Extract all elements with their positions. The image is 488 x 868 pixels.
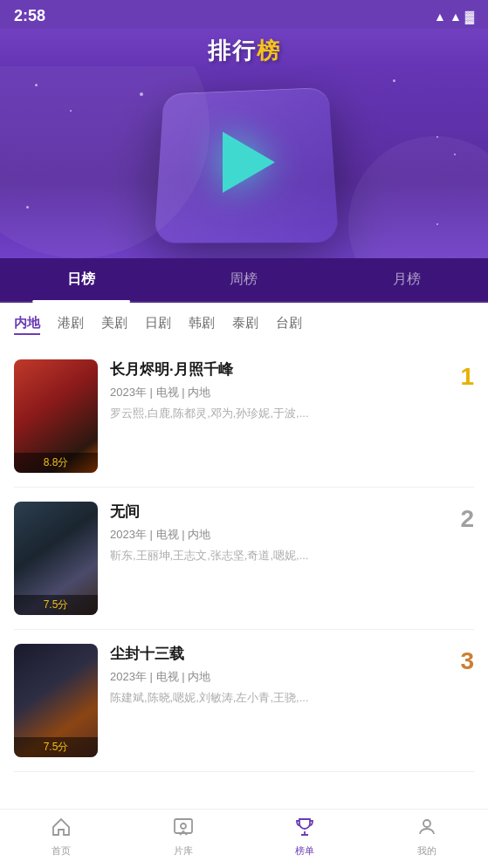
drama-thumbnail: 7.5分 xyxy=(14,502,98,615)
drama-score: 8.8分 xyxy=(14,453,98,473)
drama-cast: 罗云熙,白鹿,陈都灵,邓为,孙珍妮,于波,... xyxy=(110,406,436,421)
battery-icon: ▓ xyxy=(465,10,474,24)
nav-ranking[interactable]: 榜单 xyxy=(244,817,367,858)
page-title: 排行榜 xyxy=(0,36,488,66)
tab-monthly[interactable]: 月榜 xyxy=(326,258,488,301)
nav-profile-label: 我的 xyxy=(417,844,436,858)
drama-info: 长月烬明·月照千峰 2023年 | 电视 | 内地 罗云熙,白鹿,陈都灵,邓为,… xyxy=(110,359,436,421)
nav-home[interactable]: 首页 xyxy=(0,817,122,858)
drama-rank: 1 xyxy=(448,359,474,391)
drama-thumbnail: 7.5分 xyxy=(14,644,98,757)
nav-library[interactable]: 片库 xyxy=(122,817,244,858)
drama-info: 尘封十三载 2023年 | 电视 | 内地 陈建斌,陈晓,嗯妮,刘敏涛,左小青,… xyxy=(110,644,436,706)
profile-icon xyxy=(416,817,437,841)
category-bar: 内地 港剧 美剧 日剧 韩剧 泰剧 台剧 xyxy=(0,303,488,345)
category-mainland[interactable]: 内地 xyxy=(14,313,40,335)
trophy-icon xyxy=(294,817,315,841)
home-icon xyxy=(51,817,72,841)
category-thai[interactable]: 泰剧 xyxy=(232,313,258,335)
drama-cast: 陈建斌,陈晓,嗯妮,刘敏涛,左小青,王骁,... xyxy=(110,690,436,706)
category-tw[interactable]: 台剧 xyxy=(276,313,302,335)
drama-score: 7.5分 xyxy=(14,737,98,757)
drama-meta: 2023年 | 电视 | 内地 xyxy=(110,527,436,543)
status-bar: 2:58 ▲ ▲ ▓ xyxy=(0,0,488,29)
status-icons: ▲ ▲ ▓ xyxy=(434,10,474,24)
drama-list: 8.8分 长月烬明·月照千峰 2023年 | 电视 | 内地 罗云熙,白鹿,陈都… xyxy=(0,345,488,772)
hero-banner xyxy=(0,66,488,258)
table-row[interactable]: 7.5分 尘封十三载 2023年 | 电视 | 内地 陈建斌,陈晓,嗯妮,刘敏涛… xyxy=(14,630,474,772)
wifi-icon: ▲ xyxy=(434,10,446,24)
drama-thumbnail: 8.8分 xyxy=(14,359,98,473)
table-row[interactable]: 8.8分 长月烬明·月照千峰 2023年 | 电视 | 内地 罗云熙,白鹿,陈都… xyxy=(14,345,474,488)
svg-point-2 xyxy=(423,820,430,827)
status-time: 2:58 xyxy=(14,7,45,25)
nav-home-label: 首页 xyxy=(52,844,71,858)
library-icon xyxy=(173,817,194,841)
category-jp[interactable]: 日剧 xyxy=(145,313,171,335)
table-row[interactable]: 7.5分 无间 2023年 | 电视 | 内地 靳东,王丽坤,王志文,张志坚,奇… xyxy=(14,488,474,630)
tabs-container: 日榜 周榜 月榜 xyxy=(0,258,488,303)
drama-meta: 2023年 | 电视 | 内地 xyxy=(110,669,436,685)
nav-ranking-label: 榜单 xyxy=(295,844,314,858)
drama-title: 尘封十三载 xyxy=(110,644,436,664)
drama-cast: 靳东,王丽坤,王志文,张志坚,奇道,嗯妮,... xyxy=(110,548,436,564)
drama-info: 无间 2023年 | 电视 | 内地 靳东,王丽坤,王志文,张志坚,奇道,嗯妮,… xyxy=(110,502,436,564)
drama-title: 长月烬明·月照千峰 xyxy=(110,359,436,379)
category-kr[interactable]: 韩剧 xyxy=(189,313,215,335)
signal-icon: ▲ xyxy=(450,10,462,24)
drama-rank: 3 xyxy=(448,644,474,675)
header: 排行榜 xyxy=(0,29,488,66)
tab-daily[interactable]: 日榜 xyxy=(0,258,162,301)
bottom-nav: 首页 片库 榜单 我的 xyxy=(0,809,488,868)
drama-title: 无间 xyxy=(110,502,436,522)
nav-profile[interactable]: 我的 xyxy=(366,817,488,858)
category-us[interactable]: 美剧 xyxy=(101,313,127,335)
tab-weekly[interactable]: 周榜 xyxy=(162,258,325,301)
drama-meta: 2023年 | 电视 | 内地 xyxy=(110,385,436,400)
category-hk[interactable]: 港剧 xyxy=(58,313,84,335)
play-icon xyxy=(223,132,275,193)
drama-score: 7.5分 xyxy=(14,595,98,615)
nav-library-label: 片库 xyxy=(174,844,193,858)
drama-rank: 2 xyxy=(448,502,474,533)
svg-point-1 xyxy=(181,824,186,829)
